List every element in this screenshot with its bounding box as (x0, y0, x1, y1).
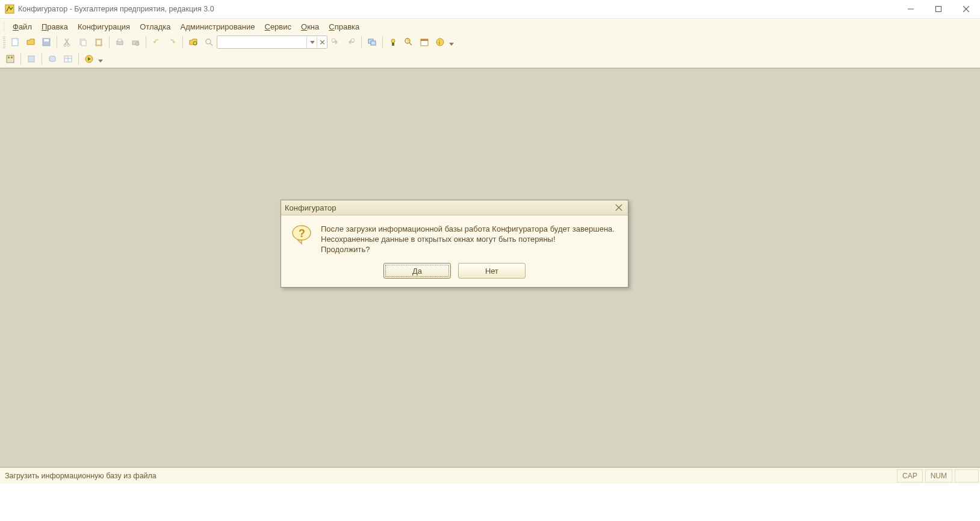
print-preview-button[interactable] (128, 35, 143, 49)
titlebar: Конфигуратор - Бухгалтерия предприятия, … (0, 0, 980, 19)
menu-debug[interactable]: Отладка (135, 21, 175, 32)
app-icon (5, 4, 14, 14)
svg-rect-7 (44, 39, 49, 42)
calendar-button[interactable] (417, 35, 432, 49)
find-in-tree-button[interactable] (186, 35, 200, 49)
dialog-line3: Продолжить? (321, 244, 615, 254)
svg-rect-0 (5, 5, 14, 13)
maximize-button[interactable] (925, 0, 952, 18)
windows-button[interactable] (365, 35, 379, 49)
svg-point-25 (391, 39, 395, 43)
toolbar-debug (0, 51, 980, 68)
cut-button[interactable] (60, 35, 75, 49)
syntax-helper-button[interactable] (386, 35, 400, 49)
statusbar: Загрузить информационную базу из файла C… (0, 467, 980, 484)
svg-rect-15 (118, 39, 122, 42)
redo-button[interactable] (165, 35, 179, 49)
print-button[interactable] (113, 35, 127, 49)
run-button[interactable] (82, 52, 96, 66)
svg-line-20 (210, 43, 212, 46)
open-button[interactable] (23, 35, 38, 49)
dialog-line1: После загрузки информационной базы работ… (321, 224, 615, 234)
svg-rect-26 (392, 43, 394, 46)
menubar: Файл Правка Конфигурация Отладка Админис… (0, 19, 980, 34)
paste-button[interactable] (91, 35, 106, 49)
svg-rect-11 (81, 40, 86, 46)
svg-point-19 (206, 39, 211, 44)
search-combo[interactable]: ✕ (217, 35, 327, 49)
dialog-titlebar[interactable]: Конфигуратор (281, 200, 628, 215)
zoom-button[interactable] (202, 35, 216, 49)
confirm-dialog: Конфигуратор ? После загрузки информацио… (281, 200, 628, 288)
new-button[interactable] (8, 35, 22, 49)
menu-service[interactable]: Сервис (260, 21, 297, 32)
search-clear[interactable]: ✕ (317, 37, 327, 48)
menu-edit[interactable]: Правка (37, 21, 73, 32)
menu-grip (4, 21, 5, 32)
menu-file[interactable]: Файл (8, 21, 37, 32)
svg-text:?: ? (406, 39, 409, 44)
undo-button[interactable] (149, 35, 164, 49)
status-extra (955, 469, 979, 482)
open-config-button[interactable] (3, 52, 17, 66)
search-dropdown[interactable] (306, 37, 317, 48)
run-dropdown-icon[interactable] (98, 60, 103, 63)
find-prev-button[interactable] (344, 35, 358, 49)
dialog-line2: Несохраненные данные в открытых окнах мо… (321, 234, 615, 244)
menu-config[interactable]: Конфигурация (73, 21, 135, 32)
table-button[interactable] (61, 52, 75, 66)
search-input[interactable] (217, 37, 306, 48)
svg-rect-37 (28, 56, 34, 62)
menu-help[interactable]: Справка (324, 21, 364, 32)
svg-point-21 (332, 39, 335, 42)
window-title: Конфигуратор - Бухгалтерия предприятия, … (18, 5, 214, 13)
svg-point-22 (351, 39, 355, 42)
svg-text:i: i (439, 40, 440, 46)
find-next-button[interactable] (328, 35, 343, 49)
no-button[interactable]: Нет (458, 263, 526, 279)
dialog-close-button[interactable] (613, 202, 624, 213)
svg-text:?: ? (299, 227, 305, 239)
svg-rect-2 (936, 7, 941, 12)
menu-windows[interactable]: Окна (296, 21, 324, 32)
save-button[interactable] (39, 35, 54, 49)
question-icon: ? (291, 224, 312, 245)
svg-rect-36 (11, 57, 13, 58)
status-num: NUM (925, 469, 952, 482)
dialog-title: Конфигуратор (285, 203, 336, 212)
status-message: Загрузить информационную базу из файла (0, 472, 161, 480)
svg-rect-24 (371, 41, 376, 45)
help-dropdown-icon[interactable] (449, 43, 454, 46)
dialog-message: После загрузки информационной базы работ… (321, 224, 615, 254)
svg-rect-34 (7, 55, 14, 63)
svg-line-29 (409, 43, 412, 45)
check-syntax-button[interactable]: ? (402, 35, 416, 49)
storage-button[interactable] (45, 52, 60, 66)
svg-rect-13 (97, 40, 101, 45)
copy-button[interactable] (76, 35, 90, 49)
status-cap: CAP (897, 469, 923, 482)
svg-point-32 (436, 39, 444, 46)
close-button[interactable] (952, 0, 980, 18)
menu-admin[interactable]: Администрирование (176, 21, 260, 32)
svg-rect-35 (8, 57, 10, 58)
svg-rect-31 (421, 39, 428, 41)
db-button[interactable] (24, 52, 39, 66)
workspace: Конфигуратор ? После загрузки информацио… (0, 68, 980, 467)
help-button[interactable]: i (433, 35, 447, 49)
toolbar-main: ✕ ? i (0, 34, 980, 51)
yes-button[interactable]: Да (383, 263, 451, 279)
toolbar-grip (3, 36, 5, 48)
minimize-button[interactable] (897, 0, 925, 18)
